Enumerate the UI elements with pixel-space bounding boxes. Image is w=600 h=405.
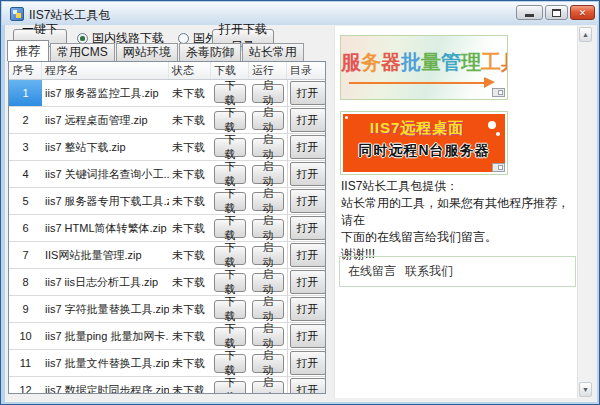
minimize-button[interactable] [516, 5, 543, 20]
maximize-button[interactable] [545, 5, 568, 20]
row-open-button[interactable]: 打开 [290, 270, 326, 294]
row-name: iis7 服务器监控工具.zip [42, 86, 169, 101]
row-open-button[interactable]: 打开 [290, 108, 326, 132]
row-status: 未下载 [169, 329, 211, 344]
scroll-up-button[interactable]: ▲ [579, 27, 592, 42]
table-row[interactable]: 3 iis7 整站下载.zip 未下载 下载 启动 打开 [9, 134, 325, 161]
row-status: 未下载 [169, 275, 211, 290]
row-open-button[interactable]: 打开 [290, 378, 326, 394]
row-download-button[interactable]: 下载 [214, 381, 246, 395]
row-download-button[interactable]: 下载 [214, 84, 246, 103]
row-name: iis7 整站下载.zip [42, 140, 169, 155]
row-open-button[interactable]: 打开 [290, 216, 326, 240]
banner-char: 量 [421, 51, 441, 73]
scroll-down-icon: ▼ [582, 386, 589, 393]
banner-char: 务 [361, 51, 381, 73]
scroll-down-button[interactable]: ▼ [579, 382, 592, 397]
table-row[interactable]: 5 iis7 服务器专用下载工具.zip 未下载 下载 启动 打开 [9, 188, 325, 215]
tab-site-environment[interactable]: 网站环境 [116, 43, 178, 61]
row-open-button[interactable]: 打开 [290, 81, 326, 105]
client-area: 一键下载 国内线路下载 国外线路下载 打开下载目录 推荐 常用CMS 网站环境 … [5, 25, 597, 402]
row-index: 6 [9, 215, 42, 241]
row-download-button[interactable]: 下载 [214, 192, 246, 211]
row-run-button[interactable]: 启动 [252, 273, 284, 292]
table-row[interactable]: 2 iis7 远程桌面管理.zip 未下载 下载 启动 打开 [9, 107, 325, 134]
panel-scrollbar[interactable]: ▲ ▼ [577, 26, 592, 398]
row-index: 11 [9, 350, 42, 376]
banner-char: 批 [401, 51, 421, 73]
table-body: 1 iis7 服务器监控工具.zip 未下载 下载 启动 打开 2 iis7 远… [9, 80, 325, 394]
row-download-button[interactable]: 下载 [214, 219, 246, 238]
table-row[interactable]: 8 iis7 iis日志分析工具.zip 未下载 下载 启动 打开 [9, 269, 325, 296]
row-status: 未下载 [169, 221, 211, 236]
table-row[interactable]: 4 iis7 关键词排名查询小工... 未下载 下载 启动 打开 [9, 161, 325, 188]
banner-char: 工 [481, 51, 501, 73]
table-row[interactable]: 11 iis7 批量文件替换工具.zip 未下载 下载 启动 打开 [9, 350, 325, 377]
online-message-link[interactable]: 在线留言 [348, 263, 396, 280]
row-name: iis7 批量文件替换工具.zip [42, 356, 169, 371]
row-run-button[interactable]: 启动 [252, 111, 284, 130]
titlebar[interactable]: IIS7站长工具包 ✕ [2, 2, 598, 25]
decor-dot [488, 121, 496, 129]
row-index: 9 [9, 296, 42, 322]
close-button[interactable]: ✕ [570, 5, 595, 20]
tab-recommended[interactable]: 推荐 [7, 40, 49, 61]
row-open-button[interactable]: 打开 [290, 324, 326, 348]
row-index: 7 [9, 242, 42, 268]
banner-corner-icon [492, 163, 505, 172]
row-download-button[interactable]: 下载 [214, 273, 246, 292]
row-download-button[interactable]: 下载 [214, 111, 246, 130]
tab-common-cms[interactable]: 常用CMS [50, 43, 115, 61]
row-run-button[interactable]: 启动 [252, 192, 284, 211]
row-open-button[interactable]: 打开 [290, 162, 326, 186]
row-name: iis7 字符批量替换工具.zip [42, 302, 169, 317]
row-run-button[interactable]: 启动 [252, 165, 284, 184]
row-download-button[interactable]: 下载 [214, 300, 246, 319]
row-run-button[interactable]: 启动 [252, 300, 284, 319]
close-icon: ✕ [579, 8, 587, 18]
table-row[interactable]: 12 iis7 数据定时同步程序.zip 未下载 下载 启动 打开 [9, 377, 325, 394]
row-run-button[interactable]: 启动 [252, 354, 284, 373]
row-run-button[interactable]: 启动 [252, 219, 284, 238]
banner-arrow-icon [484, 77, 495, 88]
row-download-button[interactable]: 下载 [214, 354, 246, 373]
row-run-button[interactable]: 启动 [252, 138, 284, 157]
row-run-button[interactable]: 启动 [252, 381, 284, 395]
banner-remote-desktop[interactable]: IIS7远程桌面 同时远程N台服务器 [340, 111, 508, 175]
panel-description: IIS7站长工具包提供： 站长常用的工具，如果您有其他程序推荐，请在 下面的在线… [341, 178, 579, 263]
banner-char: 具 [501, 51, 508, 73]
row-run-button[interactable]: 启动 [252, 246, 284, 265]
contact-us-link[interactable]: 联系我们 [405, 263, 453, 280]
table-row[interactable]: 6 iis7 HTML简体转繁体.zip 未下载 下载 启动 打开 [9, 215, 325, 242]
banner-remote-title: IIS7远程桌面 [341, 119, 493, 138]
banner-char: 理 [461, 51, 481, 73]
row-open-button[interactable]: 打开 [290, 297, 326, 321]
table-row[interactable]: 9 iis7 字符批量替换工具.zip 未下载 下载 启动 打开 [9, 296, 325, 323]
table-row[interactable]: 1 iis7 服务器监控工具.zip 未下载 下载 启动 打开 [9, 80, 325, 107]
table-row[interactable]: 10 iis7 批量ping 批量加网卡... 未下载 下载 启动 打开 [9, 323, 325, 350]
banner-char: 服 [341, 51, 361, 73]
header-index: 序号 [9, 62, 42, 79]
row-download-button[interactable]: 下载 [214, 165, 246, 184]
row-open-button[interactable]: 打开 [290, 135, 326, 159]
tab-webmaster-common[interactable]: 站长常用 [242, 43, 304, 61]
row-index: 3 [9, 134, 42, 160]
info-panel: 服务器批量管理工具 IIS7远程桌面 同时远程N台服务器 IIS7站长工具包提供… [334, 26, 592, 398]
tab-antivirus[interactable]: 杀毒防御 [179, 43, 241, 61]
row-run-button[interactable]: 启动 [252, 84, 284, 103]
row-download-button[interactable]: 下载 [214, 138, 246, 157]
header-program-name: 程序名 [42, 62, 169, 79]
minimize-icon [525, 14, 534, 17]
table-row[interactable]: 7 IIS网站批量管理.zip 未下载 下载 启动 打开 [9, 242, 325, 269]
row-run-button[interactable]: 启动 [252, 327, 284, 346]
row-open-button[interactable]: 打开 [290, 243, 326, 267]
row-status: 未下载 [169, 140, 211, 155]
table-header: 序号 程序名 状态 下载 运行 目录 [9, 62, 325, 80]
banner-server-batch-tools[interactable]: 服务器批量管理工具 [340, 35, 508, 100]
banner-underline [349, 82, 485, 84]
row-open-button[interactable]: 打开 [290, 351, 326, 375]
row-open-button[interactable]: 打开 [290, 189, 326, 213]
row-download-button[interactable]: 下载 [214, 327, 246, 346]
banner-char: 器 [381, 51, 401, 73]
row-download-button[interactable]: 下载 [214, 246, 246, 265]
